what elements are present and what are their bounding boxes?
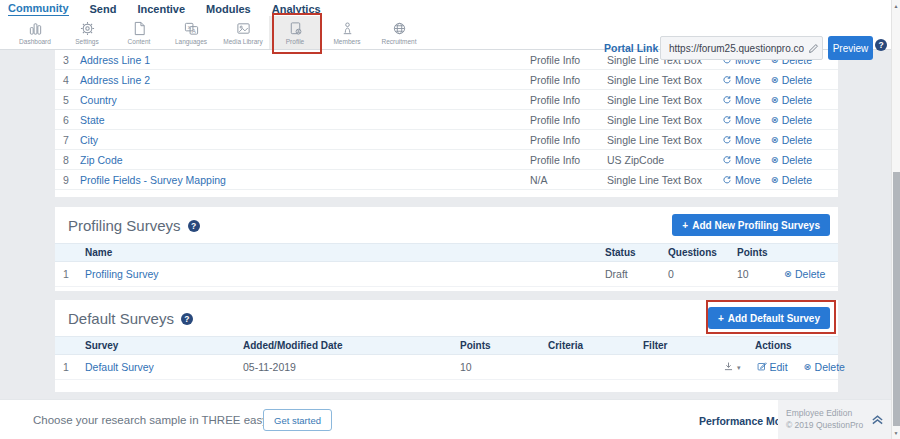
delete-label: Delete: [782, 94, 812, 106]
delete-button[interactable]: ⊗Delete: [771, 114, 812, 126]
portal-link-dropdown[interactable]: Portal Link ▾: [604, 42, 666, 54]
field-name-link[interactable]: State: [80, 114, 530, 126]
toolbar-item-languages[interactable]: xA Languages: [165, 16, 217, 49]
edition-text: Employee Edition © 2019 QuestionPro: [786, 407, 863, 431]
toolbar-item-label: Members: [333, 38, 360, 45]
delete-button[interactable]: ⊗Delete: [771, 74, 812, 86]
portal-link-label: Portal Link: [604, 42, 658, 54]
nav-item-incentive[interactable]: Incentive: [137, 3, 185, 15]
section-title: Default Surveys ?: [68, 310, 193, 327]
media-library-icon: [236, 21, 251, 36]
field-name-link[interactable]: City: [80, 134, 530, 146]
delete-button[interactable]: ⊗Delete: [784, 268, 825, 280]
table-row: 1 Default Survey 05-11-2019 10 ▾ Edit ⊗D…: [55, 355, 838, 380]
footer: Choose your research sample in THREE eas…: [0, 399, 891, 439]
edit-button[interactable]: Edit: [757, 361, 788, 373]
delete-icon: ⊗: [771, 135, 779, 145]
toolbar-item-content[interactable]: Content: [113, 16, 165, 49]
preview-button[interactable]: Preview: [828, 36, 873, 60]
scroll-down-icon[interactable]: ▼: [892, 430, 900, 436]
field-name-link[interactable]: Address Line 2: [80, 74, 530, 86]
section-title: Profiling Surveys ?: [68, 217, 200, 234]
toolbar-item-label: Content: [128, 38, 151, 45]
download-dropdown-button[interactable]: ▾: [723, 361, 741, 374]
toolbar-item-dashboard[interactable]: Dashboard: [9, 16, 61, 49]
document-icon: [132, 21, 147, 36]
table-row: 9 Profile Fields - Survey Mapping N/A Si…: [55, 170, 838, 190]
field-name-link[interactable]: Country: [80, 94, 530, 106]
delete-button[interactable]: ⊗Delete: [771, 154, 812, 166]
toolbar-item-media-library[interactable]: Media Library: [217, 16, 269, 49]
survey-status: Draft: [605, 268, 668, 280]
edit-url-pencil-icon[interactable]: [804, 43, 822, 54]
move-button[interactable]: Move: [722, 154, 761, 166]
toolbar-item-profile[interactable]: Profile: [269, 16, 321, 49]
delete-label: Delete: [782, 134, 812, 146]
header-criteria: Criteria: [548, 340, 643, 351]
collapse-chevron-icon[interactable]: [870, 412, 885, 430]
toolbar-item-label: Profile: [286, 38, 304, 45]
header-points: Points: [737, 247, 784, 258]
delete-icon: ⊗: [771, 175, 779, 185]
get-started-button[interactable]: Get started: [263, 409, 332, 431]
header-name: Name: [85, 247, 605, 258]
move-label: Move: [735, 114, 761, 126]
delete-button[interactable]: ⊗Delete: [771, 134, 812, 146]
delete-button[interactable]: ⊗Delete: [771, 94, 812, 106]
scroll-up-icon[interactable]: ▲: [892, 3, 900, 9]
portal-url-box[interactable]: https://forum25.questionpro.com: [660, 36, 823, 60]
toolbar-item-recruitment[interactable]: Recruitment: [373, 16, 425, 49]
header-questions: Questions: [668, 247, 737, 258]
row-number: 1: [63, 268, 85, 280]
gear-icon: [80, 21, 95, 36]
help-icon[interactable]: ?: [875, 39, 887, 51]
row-number: 7: [63, 134, 80, 146]
move-button[interactable]: Move: [722, 174, 761, 186]
add-new-profiling-surveys-button[interactable]: + Add New Profiling Surveys: [672, 214, 830, 236]
field-type: Single Line Text Box: [607, 114, 722, 126]
globe-icon: [392, 21, 407, 36]
delete-button[interactable]: ⊗Delete: [771, 174, 812, 186]
edition-line1: Employee Edition: [786, 407, 863, 419]
profiling-surveys-section: Profiling Surveys ? + Add New Profiling …: [55, 207, 838, 291]
nav-item-community[interactable]: Community: [8, 2, 69, 16]
table-row: 7 City Profile Info Single Line Text Box…: [55, 130, 838, 150]
move-button[interactable]: Move: [722, 74, 761, 86]
members-icon: [340, 21, 355, 36]
toolbar: Dashboard Settings Content xA Languages …: [0, 16, 891, 50]
field-type: Single Line Text Box: [607, 174, 722, 186]
move-label: Move: [735, 74, 761, 86]
nav-item-analytics[interactable]: Analytics: [272, 3, 321, 15]
delete-button[interactable]: ⊗Delete: [804, 361, 845, 373]
delete-label: Delete: [782, 174, 812, 186]
header-filter: Filter: [643, 340, 723, 351]
add-default-survey-button[interactable]: + Add Default Survey: [708, 307, 830, 329]
row-number: 5: [63, 94, 80, 106]
scrollbar-thumb[interactable]: [893, 172, 900, 426]
survey-name-link[interactable]: Default Survey: [85, 361, 243, 373]
toolbar-item-settings[interactable]: Settings: [61, 16, 113, 49]
toolbar-item-members[interactable]: Members: [321, 16, 373, 49]
field-name-link[interactable]: Profile Fields - Survey Mapping: [80, 174, 530, 186]
survey-name-link[interactable]: Profiling Survey: [85, 268, 605, 280]
dashboard-icon: [28, 21, 43, 36]
field-name-link[interactable]: Address Line 1: [80, 54, 530, 66]
move-button[interactable]: Move: [722, 94, 761, 106]
field-name-link[interactable]: Zip Code: [80, 154, 530, 166]
row-number: 6: [63, 114, 80, 126]
header-date: Added/Modified Date: [243, 340, 460, 351]
help-icon[interactable]: ?: [188, 220, 200, 232]
delete-icon: ⊗: [771, 115, 779, 125]
row-number: 9: [63, 174, 80, 186]
table-row: 5 Country Profile Info Single Line Text …: [55, 90, 838, 110]
move-label: Move: [735, 154, 761, 166]
move-label: Move: [735, 134, 761, 146]
header-survey: Survey: [85, 340, 243, 351]
vertical-scrollbar[interactable]: ▲ ▼: [891, 0, 900, 439]
move-button[interactable]: Move: [722, 134, 761, 146]
help-icon[interactable]: ?: [181, 313, 193, 325]
nav-item-send[interactable]: Send: [90, 3, 117, 15]
nav-item-modules[interactable]: Modules: [206, 3, 251, 15]
delete-label: Delete: [782, 154, 812, 166]
move-button[interactable]: Move: [722, 114, 761, 126]
